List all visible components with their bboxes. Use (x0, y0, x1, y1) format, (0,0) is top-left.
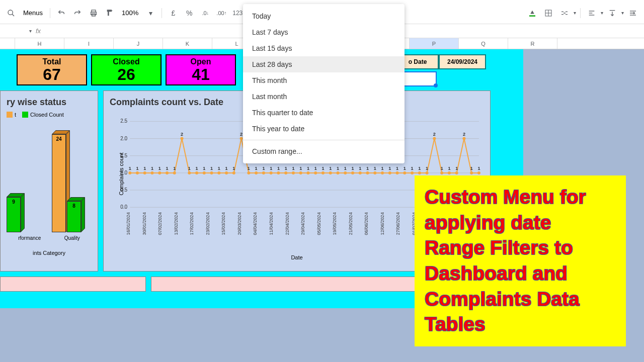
dropdown-item[interactable]: Today (243, 8, 405, 24)
dropdown-item[interactable]: Last 28 days (243, 56, 405, 72)
paint-format-icon[interactable] (103, 6, 117, 20)
svg-text:29/04/2024: 29/04/2024 (300, 212, 305, 235)
svg-text:07/02/2024: 07/02/2024 (157, 212, 163, 235)
dropdown-item[interactable]: Last 7 days (243, 24, 405, 40)
currency-button[interactable]: £ (166, 6, 180, 20)
search-icon[interactable] (4, 6, 18, 20)
undo-icon[interactable] (54, 6, 68, 20)
svg-point-77 (314, 171, 317, 174)
valign-icon[interactable] (605, 6, 619, 20)
svg-text:1: 1 (196, 166, 198, 171)
align-icon[interactable] (585, 6, 599, 20)
svg-text:13/02/2024: 13/02/2024 (174, 212, 179, 235)
svg-text:22/04/2024: 22/04/2024 (285, 212, 290, 235)
svg-text:1: 1 (255, 166, 258, 171)
percent-button[interactable]: % (182, 6, 196, 20)
svg-text:2.5: 2.5 (120, 118, 127, 124)
dropdown-item[interactable]: This quarter to date (243, 105, 405, 121)
svg-point-91 (366, 171, 369, 174)
dropdown-custom-range[interactable]: Custom range... (243, 143, 405, 159)
column-header[interactable]: P (410, 38, 459, 49)
svg-text:1: 1 (455, 166, 458, 171)
svg-text:1: 1 (441, 166, 443, 171)
svg-text:1: 1 (262, 166, 265, 171)
svg-text:1: 1 (277, 166, 280, 171)
svg-point-65 (270, 171, 273, 174)
svg-text:30/01/2024: 30/01/2024 (142, 212, 147, 235)
svg-text:1: 1 (166, 166, 169, 171)
bar-chart-legend: tClosed Count (7, 112, 92, 118)
svg-text:1: 1 (299, 166, 302, 171)
dropdown-item[interactable]: Last 15 days (243, 40, 405, 56)
column-header[interactable]: J (114, 38, 163, 49)
svg-text:1: 1 (210, 166, 213, 171)
svg-text:1: 1 (151, 166, 153, 171)
zoom-dropdown-icon[interactable]: ▾ (143, 6, 157, 20)
svg-text:1: 1 (374, 166, 376, 171)
svg-text:1: 1 (129, 166, 131, 171)
svg-text:1: 1 (292, 166, 294, 171)
svg-text:1: 1 (344, 166, 347, 171)
bottom-panel-left (0, 277, 146, 292)
svg-point-99 (396, 171, 399, 174)
wrap-icon[interactable] (626, 6, 640, 20)
svg-text:1: 1 (411, 166, 414, 171)
svg-text:1: 1 (359, 166, 361, 171)
svg-point-101 (403, 171, 406, 174)
svg-text:0.0: 0.0 (120, 204, 127, 210)
column-header[interactable]: Q (459, 38, 508, 49)
line-y-label: Complaints count (118, 153, 124, 196)
svg-text:12/06/2024: 12/06/2024 (380, 212, 385, 235)
svg-text:1: 1 (396, 166, 398, 171)
dropdown-item[interactable]: This month (243, 72, 405, 88)
merge-icon[interactable] (557, 6, 572, 20)
svg-text:1: 1 (285, 166, 287, 171)
column-header[interactable] (0, 38, 15, 49)
svg-point-41 (181, 137, 184, 140)
column-header[interactable]: H (15, 38, 64, 49)
svg-text:1: 1 (188, 166, 191, 171)
svg-point-105 (418, 171, 421, 174)
borders-icon[interactable] (541, 6, 555, 20)
svg-text:2: 2 (240, 132, 243, 137)
increase-decimal-button[interactable]: .00↑ (214, 6, 228, 20)
svg-point-51 (217, 171, 220, 174)
decrease-decimal-button[interactable]: .0↓ (198, 6, 212, 20)
redo-icon[interactable] (70, 6, 85, 20)
svg-text:1: 1 (448, 166, 450, 171)
svg-text:1: 1 (232, 166, 235, 171)
svg-text:1: 1 (381, 166, 384, 171)
svg-point-71 (292, 171, 295, 174)
column-header[interactable]: I (64, 38, 114, 49)
kpi-closed: Closed 26 (91, 54, 162, 85)
svg-point-67 (277, 171, 280, 174)
svg-text:04/04/2024: 04/04/2024 (253, 212, 258, 235)
svg-point-57 (240, 137, 243, 140)
svg-text:1: 1 (143, 166, 146, 171)
svg-text:1: 1 (337, 166, 339, 171)
fill-color-icon[interactable] (525, 6, 539, 20)
svg-text:19/05/2024: 19/05/2024 (332, 212, 337, 235)
svg-point-47 (203, 171, 206, 174)
dropdown-item[interactable]: Last month (243, 88, 405, 105)
column-header[interactable]: K (163, 38, 212, 49)
svg-point-35 (158, 171, 161, 174)
dropdown-item[interactable]: This year to date (243, 121, 405, 137)
svg-point-43 (188, 171, 191, 174)
svg-text:1: 1 (218, 166, 220, 171)
bar-chart-panel: ry wise status tClosed Count 9248 rforma… (0, 90, 98, 272)
zoom-level[interactable]: 100% (119, 9, 141, 17)
svg-text:1: 1 (366, 166, 369, 171)
svg-point-87 (351, 171, 354, 174)
svg-point-33 (150, 171, 153, 174)
menubar (0, 0, 644, 2)
svg-text:1: 1 (321, 166, 324, 171)
svg-text:2: 2 (463, 132, 465, 137)
bar-chart-title: ry wise status (7, 97, 92, 108)
svg-text:1: 1 (470, 166, 473, 171)
svg-point-39 (173, 171, 176, 174)
column-header[interactable]: R (508, 38, 557, 49)
svg-point-55 (232, 171, 235, 174)
print-icon[interactable] (87, 6, 101, 20)
to-date-value[interactable]: 24/09/2024 (439, 54, 486, 69)
